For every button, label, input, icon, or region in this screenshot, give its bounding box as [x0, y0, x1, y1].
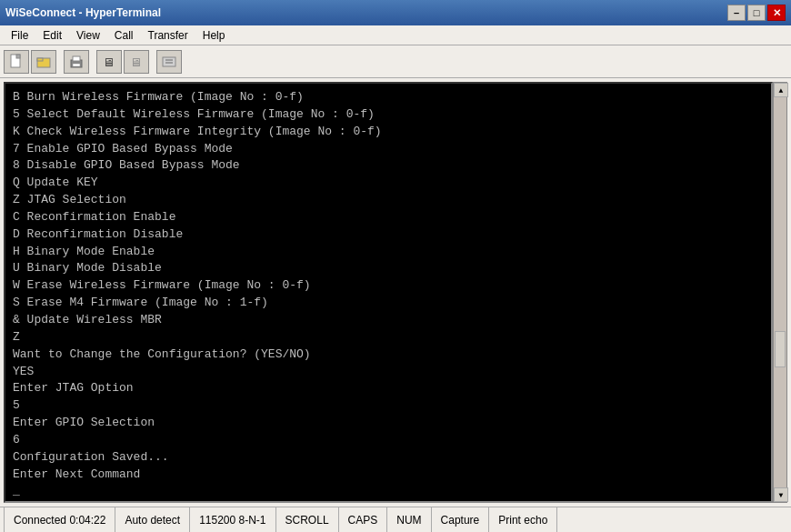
status-caps: CAPS [339, 507, 388, 532]
status-num: NUM [387, 507, 431, 532]
connect-button[interactable]: 🖥 [96, 50, 122, 74]
window-controls: – □ ✕ [727, 5, 786, 21]
svg-rect-6 [73, 64, 80, 66]
svg-rect-1 [16, 55, 20, 58]
terminal-output: B Burn Wireless Firmware (Image No : 0-f… [5, 84, 771, 501]
scrollbar[interactable]: ▲ ▼ [773, 82, 787, 503]
close-button[interactable]: ✕ [767, 5, 786, 21]
svg-rect-3 [37, 58, 43, 61]
title-bar: WiSeConnect - HyperTerminal – □ ✕ [0, 0, 791, 25]
menu-edit[interactable]: Edit [35, 27, 69, 44]
status-connection-time: Connected 0:04:22 [4, 507, 115, 532]
menu-bar: File Edit View Call Transfer Help [0, 25, 791, 45]
maximize-button[interactable]: □ [747, 5, 766, 21]
menu-call[interactable]: Call [107, 27, 141, 44]
new-button[interactable] [4, 50, 29, 74]
scrollbar-thumb[interactable] [775, 331, 786, 367]
disconnect-button[interactable]: 🖥 [124, 50, 149, 74]
status-capture: Capture [432, 507, 490, 532]
toolbar: 🖥 🖥 [0, 45, 791, 78]
properties-button[interactable] [156, 50, 182, 74]
scroll-up-button[interactable]: ▲ [774, 83, 788, 97]
window-title: WiSeConnect - HyperTerminal [5, 6, 161, 19]
status-bar: Connected 0:04:22 Auto detect 115200 8-N… [0, 507, 791, 532]
status-scroll: SCROLL [276, 507, 339, 532]
menu-file[interactable]: File [4, 27, 35, 44]
status-auto-detect: Auto detect [115, 507, 190, 532]
terminal-container[interactable]: B Burn Wireless Firmware (Image No : 0-f… [4, 82, 773, 503]
menu-help[interactable]: Help [195, 27, 233, 44]
menu-view[interactable]: View [69, 27, 107, 44]
svg-text:🖥: 🖥 [130, 56, 142, 70]
scrollbar-track[interactable] [774, 97, 786, 487]
svg-text:🖥: 🖥 [103, 56, 115, 70]
scroll-down-button[interactable]: ▼ [774, 487, 788, 502]
print-button[interactable] [64, 50, 89, 74]
main-area: B Burn Wireless Firmware (Image No : 0-f… [0, 78, 791, 507]
status-print-echo: Print echo [489, 507, 557, 532]
menu-transfer[interactable]: Transfer [141, 27, 195, 44]
svg-rect-9 [163, 57, 175, 66]
svg-rect-5 [73, 56, 80, 61]
minimize-button[interactable]: – [727, 5, 746, 21]
status-baud-rate: 115200 8-N-1 [190, 507, 275, 532]
open-button[interactable] [31, 50, 56, 74]
